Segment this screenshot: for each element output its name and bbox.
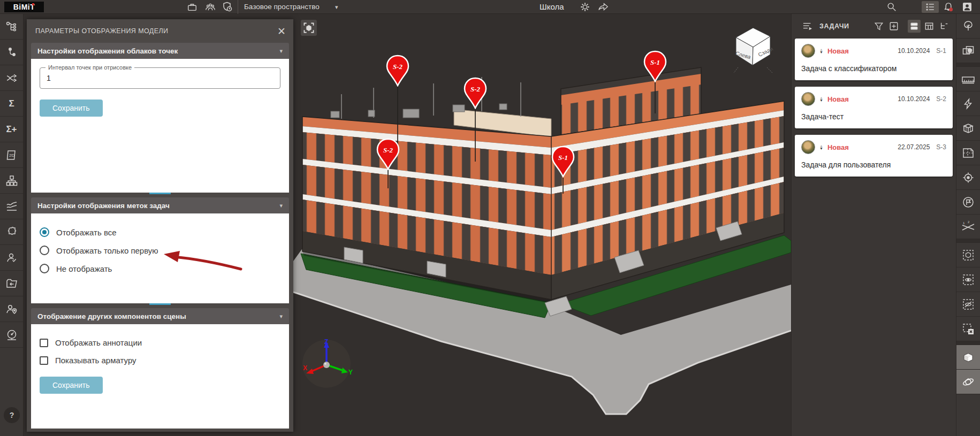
focus-model-icon[interactable] [301, 20, 317, 36]
flag-marker-icon[interactable] [956, 190, 980, 215]
task-pin[interactable]: S-2 [385, 55, 410, 87]
save-point-clouds-button[interactable]: Сохранить [40, 100, 103, 117]
shaded-view-cube-icon[interactable] [956, 345, 980, 370]
section-resize-handle[interactable] [149, 303, 171, 305]
share-icon[interactable] [597, 1, 609, 13]
task-date: 22.07.2025 [898, 143, 930, 151]
sum-icon[interactable]: Σ [0, 91, 23, 117]
2d-view-icon[interactable]: 2D [0, 142, 23, 168]
project-title: Школа [540, 0, 564, 14]
view-table-icon[interactable] [923, 20, 936, 33]
measure-ruler-icon[interactable] [956, 67, 980, 91]
priority-icon: ▲▼ [819, 48, 823, 53]
checkbox-icon[interactable] [40, 356, 48, 365]
gauge-icon[interactable] [0, 322, 23, 348]
save-other-components-button[interactable]: Сохранить [40, 377, 103, 394]
close-icon[interactable]: ✕ [277, 26, 286, 36]
section-collapse-caret-icon[interactable]: ▾ [279, 313, 283, 320]
view-cards-icon[interactable] [908, 20, 921, 33]
folder-import-icon[interactable] [0, 271, 23, 296]
show-selection-eye-icon[interactable] [956, 267, 980, 292]
landscape-tree-icon[interactable] [956, 14, 980, 39]
assignee-avatar [801, 44, 815, 58]
task-card[interactable]: ▲▼ Новая 22.07.2025 S-3 Задача для польз… [795, 135, 953, 177]
axes-grid-icon[interactable]: 12 [956, 215, 980, 239]
team-icon[interactable] [204, 1, 216, 13]
radio-option-show-none[interactable]: Не отображать [40, 264, 280, 273]
section-other-components-body: Отображать аннотации Показывать арматуру… [31, 324, 289, 429]
point-interval-input[interactable] [40, 68, 280, 88]
search-icon[interactable] [886, 1, 898, 13]
notifications-bell-icon[interactable] [943, 1, 954, 13]
graph-node-icon[interactable] [0, 40, 23, 65]
plugins-puzzle-icon[interactable] [0, 219, 23, 245]
locate-target-icon[interactable] [956, 165, 980, 190]
task-card[interactable]: ▲▼ Новая 10.10.2024 S-2 Задача-тест [795, 87, 953, 128]
help-button[interactable]: ? [4, 407, 20, 423]
filter-icon[interactable] [872, 20, 885, 33]
shuffle-icon[interactable] [0, 65, 23, 91]
view-cube[interactable]: Слева Сзади [734, 24, 773, 75]
model-tree-icon[interactable] [0, 14, 23, 40]
sum-add-icon[interactable]: Σ+ [0, 117, 23, 142]
clear-selection-icon[interactable] [956, 317, 980, 341]
floor-plan-icon[interactable] [956, 141, 980, 165]
priority-icon: ▲▼ [819, 144, 823, 150]
security-shield-icon[interactable] [222, 1, 233, 13]
panel-toggle-list-icon[interactable] [922, 1, 939, 13]
checkbox-icon[interactable] [40, 339, 48, 347]
task-card-header: ▲▼ Новая 10.10.2024 S-2 [801, 92, 946, 106]
point-interval-field[interactable]: Интервал точек при отрисовке [40, 67, 280, 89]
add-task-icon[interactable] [887, 20, 900, 33]
section-divider [31, 303, 289, 308]
radio-option-show-first[interactable]: Отображать только первую [40, 246, 280, 255]
toolbar-group-divider [956, 239, 980, 243]
logo-red-dot [32, 3, 34, 5]
gizmo-y-label: Y [348, 369, 353, 376]
task-pin[interactable]: S-1 [643, 50, 667, 82]
radio-selected-icon[interactable] [40, 227, 49, 237]
svg-text:S-2: S-2 [393, 63, 403, 71]
radio-icon[interactable] [40, 246, 49, 255]
selection-frames-icon[interactable] [956, 39, 980, 63]
section-collapse-caret-icon[interactable]: ▾ [279, 202, 283, 209]
pin-leader [563, 175, 564, 194]
section-other-components-header[interactable]: Отображение других компонентов сцены ▾ [31, 308, 289, 324]
user-location-icon[interactable] [0, 296, 23, 322]
orbit-mode-icon[interactable] [956, 370, 980, 394]
gizmo-x-label: X [303, 364, 307, 372]
radio-option-show-all[interactable]: Отображать все [40, 227, 280, 237]
isolate-selection-icon[interactable] [956, 243, 980, 267]
section-task-pins-header[interactable]: Настройки отображения меток задач ▾ [31, 197, 289, 213]
hide-selection-eye-off-icon[interactable] [956, 292, 980, 317]
space-selector-caret-icon[interactable]: ▾ [335, 0, 338, 14]
task-card[interactable]: ▲▼ Новая 10.10.2024 S-1 Задача с классиф… [795, 39, 953, 80]
app-logo[interactable]: BiMiT [4, 2, 44, 12]
space-selector[interactable]: Базовое пространство [244, 0, 320, 14]
section-resize-handle[interactable] [149, 193, 171, 194]
section-collapse-caret-icon[interactable]: ▾ [279, 48, 283, 55]
axis-gizmo[interactable]: Z X Y [300, 337, 353, 391]
task-pin[interactable]: S-2 [376, 138, 400, 170]
task-pin[interactable]: S-1 [551, 146, 575, 178]
radio-icon[interactable] [40, 264, 49, 273]
pin-leader [475, 107, 476, 162]
org-chart-icon[interactable] [0, 168, 23, 194]
tasks-menu-icon[interactable] [801, 20, 814, 33]
section-box-icon[interactable] [956, 116, 980, 141]
task-id: S-2 [936, 95, 946, 103]
view-hierarchy-icon[interactable] [938, 20, 951, 33]
point-interval-label: Интервал точек при отрисовке [45, 64, 134, 71]
charts-icon[interactable] [0, 194, 23, 219]
section-point-clouds-header[interactable]: Настройки отображения облаков точек ▾ [31, 43, 289, 59]
checkbox-option-rebar[interactable]: Показывать арматуру [40, 356, 280, 365]
task-pin[interactable]: S-2 [463, 77, 488, 109]
checkbox-option-annotations[interactable]: Отображать аннотации [40, 338, 280, 347]
app-root: BiMiT Базовое пространство ▾ Школа [0, 0, 980, 436]
projects-icon[interactable] [186, 1, 198, 13]
clash-flash-icon[interactable] [956, 91, 980, 116]
user-check-icon[interactable] [0, 245, 23, 271]
settings-gear-icon[interactable] [579, 1, 591, 13]
account-icon[interactable] [961, 1, 973, 13]
tasks-panel: ЗАДАЧИ ▲▼ Новая 10.10.2024 [791, 14, 956, 436]
